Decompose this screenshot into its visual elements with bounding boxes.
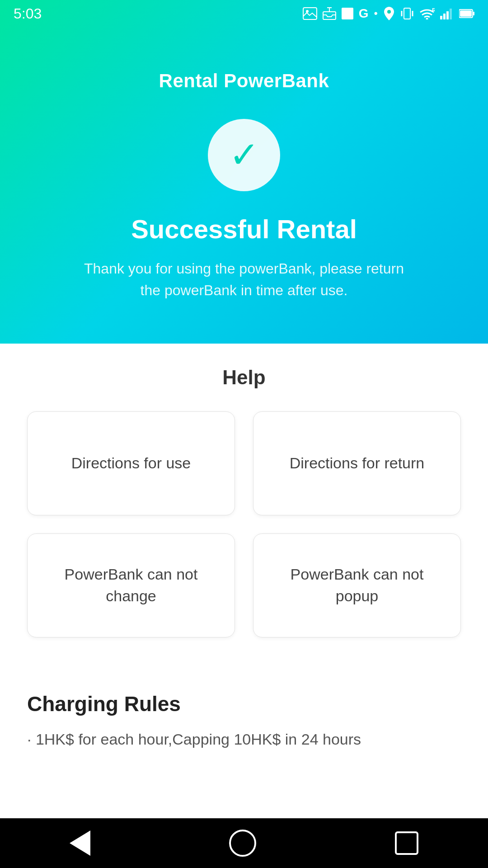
svg-rect-11: [443, 14, 446, 19]
charging-title: Charging Rules: [27, 692, 461, 716]
back-icon: [70, 830, 90, 856]
directions-return-label: Directions for return: [290, 453, 425, 474]
status-bar: 5:03 G •: [0, 0, 488, 27]
notification-dot: •: [374, 7, 378, 20]
content-section: Help Directions for use Directions for r…: [0, 344, 488, 683]
g-icon: G: [359, 6, 369, 21]
hero-section: Rental PowerBank ✓ Successful Rental Tha…: [0, 0, 488, 344]
svg-rect-5: [404, 8, 410, 19]
directions-use-label: Directions for use: [71, 453, 191, 474]
svg-rect-3: [342, 8, 353, 19]
success-subtitle: Thank you for using the powerBank, pleas…: [41, 258, 447, 301]
svg-rect-12: [446, 11, 449, 19]
success-title: Successful Rental: [131, 214, 357, 244]
powerbank-change-label: PowerBank can not change: [46, 564, 216, 607]
checkmark-icon: ✓: [229, 137, 259, 173]
signal-icon: [440, 8, 454, 19]
status-icons: G • R: [303, 6, 474, 21]
back-button[interactable]: [70, 830, 90, 856]
help-grid: Directions for use Directions for return…: [27, 411, 461, 637]
help-title: Help: [27, 366, 461, 389]
svg-text:R: R: [432, 8, 435, 14]
powerbank-popup-label: PowerBank can not popup: [272, 564, 442, 607]
directions-use-card[interactable]: Directions for use: [27, 411, 235, 515]
location-icon: [383, 6, 395, 21]
svg-rect-13: [450, 9, 452, 19]
home-icon: [229, 830, 256, 857]
charging-rule: · 1HK$ for each hour,Capping 10HK$ in 24…: [27, 727, 461, 751]
svg-point-8: [426, 18, 428, 20]
svg-rect-16: [460, 10, 472, 17]
inbox-icon: [323, 7, 336, 20]
nav-bar: [0, 818, 488, 868]
battery-icon: [459, 9, 474, 19]
success-circle: ✓: [208, 119, 280, 191]
square-icon: [342, 8, 353, 19]
recent-icon: [395, 831, 418, 855]
svg-rect-0: [303, 8, 317, 19]
status-time: 5:03: [14, 5, 42, 22]
svg-rect-10: [440, 16, 442, 19]
recent-button[interactable]: [395, 831, 418, 855]
svg-rect-15: [473, 12, 474, 15]
charging-section: Charging Rules · 1HK$ for each hour,Capp…: [0, 683, 488, 760]
powerbank-popup-card[interactable]: PowerBank can not popup: [253, 533, 461, 637]
svg-point-1: [306, 10, 309, 13]
svg-point-4: [387, 10, 391, 14]
app-title: Rental PowerBank: [159, 70, 329, 92]
directions-return-card[interactable]: Directions for return: [253, 411, 461, 515]
svg-rect-2: [323, 12, 336, 19]
powerbank-change-card[interactable]: PowerBank can not change: [27, 533, 235, 637]
vibrate-icon: [400, 6, 414, 21]
image-icon: [303, 7, 317, 20]
home-button[interactable]: [229, 830, 256, 857]
wifi-icon: R: [419, 8, 435, 19]
